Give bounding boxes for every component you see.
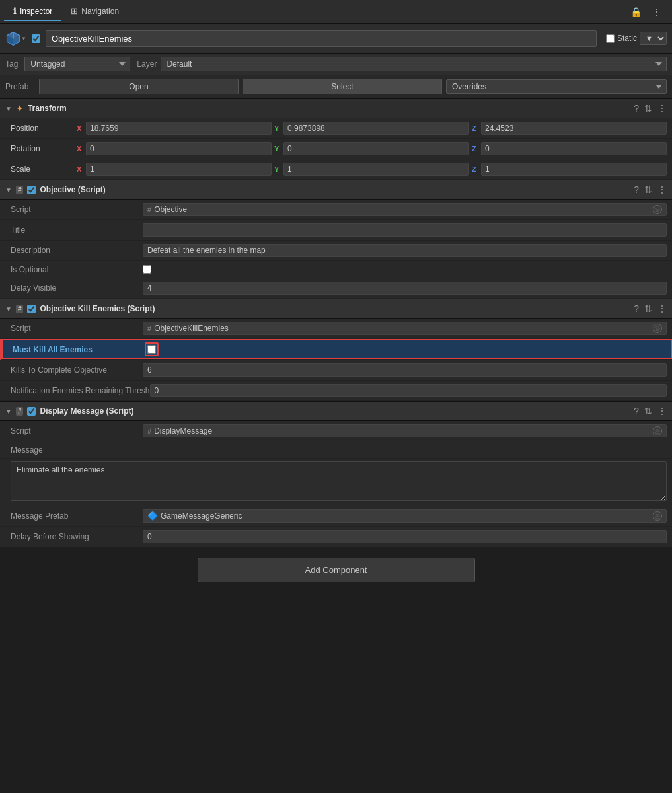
- objkill-script-settings-button[interactable]: ⇅: [644, 303, 652, 314]
- displaymsg-script-ref[interactable]: # DisplayMessage ◎: [143, 424, 667, 437]
- rotation-z-axis: Z: [472, 145, 478, 153]
- objective-script-name: Objective: [154, 205, 187, 214]
- rotation-y-input[interactable]: [283, 142, 469, 155]
- objkill-script-circle[interactable]: ◎: [653, 324, 662, 333]
- static-checkbox[interactable]: [606, 34, 615, 43]
- tag-layer-row: Tag Untagged Layer Default: [0, 54, 672, 75]
- displaymsg-script-section-header[interactable]: ▼ # Display Message (Script) ? ⇅ ⋮: [0, 401, 672, 421]
- scale-y-input[interactable]: [283, 163, 469, 176]
- delay-before-showing-input[interactable]: [143, 530, 667, 543]
- objkill-script-help-button[interactable]: ?: [634, 303, 639, 314]
- objective-description-input[interactable]: [143, 244, 667, 257]
- objective-script-more-button[interactable]: ⋮: [657, 184, 667, 195]
- displaymsg-script-label: Script: [11, 426, 143, 435]
- message-textarea[interactable]: Eliminate all the enemies: [11, 461, 667, 501]
- tab-navigation[interactable]: ⊞ Navigation: [61, 2, 128, 21]
- position-x-axis: X: [77, 124, 83, 132]
- must-kill-checkbox[interactable]: [147, 345, 156, 354]
- kills-complete-input[interactable]: [143, 363, 667, 377]
- objective-isoptional-checkbox[interactable]: [143, 265, 151, 274]
- scale-z-input[interactable]: [481, 163, 667, 176]
- position-z-input[interactable]: [481, 122, 667, 135]
- objective-script-circle[interactable]: ◎: [653, 205, 662, 214]
- objkill-script-hash: #: [147, 324, 151, 332]
- lock-button[interactable]: 🔒: [628, 5, 644, 19]
- position-x-input[interactable]: [86, 122, 272, 135]
- displaymsg-script-body: Script # DisplayMessage ◎ Message Elimin…: [0, 421, 672, 547]
- kills-complete-label: Kills To Complete Objective: [11, 365, 143, 375]
- rotation-y-axis: Y: [274, 145, 281, 153]
- static-dropdown[interactable]: ▼: [640, 32, 667, 45]
- tab-bar: ℹ Inspector ⊞ Navigation 🔒 ⋮: [0, 0, 672, 24]
- object-icon-box: ▼: [5, 28, 26, 49]
- objective-script-help-button[interactable]: ?: [634, 184, 639, 195]
- rotation-row: Rotation X Y Z: [0, 139, 672, 159]
- prefab-open-button[interactable]: Open: [39, 79, 239, 94]
- message-prefab-circle[interactable]: ◎: [653, 511, 662, 521]
- displaymsg-script-circle[interactable]: ◎: [653, 426, 662, 435]
- message-prefab-icon: 🔷: [147, 511, 158, 521]
- position-z-field: Z: [472, 122, 667, 135]
- objective-script-arrow-icon: ▼: [5, 186, 12, 194]
- more-options-button[interactable]: ⋮: [650, 5, 664, 19]
- message-prefab-ref[interactable]: 🔷 GameMessageGeneric ◎: [143, 509, 667, 523]
- tab-bar-left: ℹ Inspector ⊞ Navigation: [4, 2, 128, 21]
- rotation-z-input[interactable]: [481, 142, 667, 155]
- cube-arrow: ▼: [21, 36, 26, 42]
- tab-bar-right: 🔒 ⋮: [628, 5, 668, 19]
- add-component-button[interactable]: Add Component: [198, 558, 475, 582]
- objkill-script-ref[interactable]: # ObjectiveKillEnemies ◎: [143, 322, 667, 335]
- message-prefab-label: Message Prefab: [11, 511, 143, 521]
- position-fields: X Y Z: [77, 122, 667, 135]
- tag-select[interactable]: Untagged: [24, 57, 130, 71]
- prefab-select-button[interactable]: Select: [243, 79, 442, 94]
- displaymsg-script-more-button[interactable]: ⋮: [657, 406, 667, 416]
- transform-section-header[interactable]: ▼ ✦ Transform ? ⇅ ⋮: [0, 98, 672, 118]
- objective-isoptional-label: Is Optional: [11, 265, 143, 274]
- objective-script-enabled-checkbox[interactable]: [27, 186, 36, 194]
- objkill-script-name: ObjectiveKillEnemies: [154, 324, 229, 333]
- scale-label: Scale: [11, 165, 77, 174]
- objkill-script-section-header[interactable]: ▼ # Objective Kill Enemies (Script) ? ⇅ …: [0, 299, 672, 319]
- objkill-script-enabled-checkbox[interactable]: [27, 305, 36, 313]
- displaymsg-script-hash-icon: #: [16, 407, 24, 416]
- objective-script-ref[interactable]: # Objective ◎: [143, 203, 667, 216]
- position-y-input[interactable]: [283, 122, 469, 135]
- must-kill-label: Must Kill All Enemies: [13, 345, 145, 354]
- must-kill-checkbox-wrap[interactable]: [145, 342, 159, 356]
- rotation-y-field: Y: [274, 142, 469, 155]
- scale-z-axis: Z: [472, 165, 478, 173]
- objkill-script-more-button[interactable]: ⋮: [657, 303, 667, 314]
- objective-description-field: Description: [0, 241, 672, 261]
- displaymsg-script-help-button[interactable]: ?: [634, 406, 639, 416]
- displaymsg-script-enabled-checkbox[interactable]: [27, 407, 36, 416]
- objective-delayvisible-input[interactable]: [143, 282, 667, 295]
- prefab-overrides-select[interactable]: Overrides: [446, 79, 667, 94]
- objective-script-hash: #: [147, 206, 151, 213]
- tab-inspector[interactable]: ℹ Inspector: [4, 2, 61, 21]
- objective-script-section-header[interactable]: ▼ # Objective (Script) ? ⇅ ⋮: [0, 180, 672, 200]
- displaymsg-script-hash: #: [147, 427, 151, 435]
- displaymsg-script-arrow-icon: ▼: [5, 408, 12, 415]
- layer-select[interactable]: Default: [161, 57, 667, 71]
- displaymsg-script-title: Display Message (Script): [40, 406, 630, 416]
- object-enabled-checkbox[interactable]: [32, 34, 40, 43]
- scale-x-input[interactable]: [86, 163, 272, 176]
- transform-settings-button[interactable]: ⇅: [644, 103, 652, 114]
- objective-script-label: Script: [11, 205, 143, 214]
- rotation-x-axis: X: [77, 145, 83, 153]
- object-name-input[interactable]: [46, 30, 597, 47]
- displaymsg-script-settings-button[interactable]: ⇅: [644, 406, 652, 416]
- objective-delayvisible-label: Delay Visible: [11, 283, 143, 293]
- transform-more-button[interactable]: ⋮: [657, 103, 667, 114]
- rotation-x-input[interactable]: [86, 142, 272, 155]
- layer-label: Layer: [137, 59, 157, 69]
- notification-thresh-input[interactable]: [150, 384, 667, 397]
- scale-y-axis: Y: [274, 165, 281, 173]
- objective-title-input[interactable]: [143, 223, 667, 237]
- transform-section-icons: ? ⇅ ⋮: [634, 103, 667, 114]
- scale-row: Scale X Y Z: [0, 159, 672, 180]
- objective-script-body: Script # Objective ◎ Title Description I…: [0, 200, 672, 299]
- transform-help-button[interactable]: ?: [634, 103, 639, 114]
- objective-script-settings-button[interactable]: ⇅: [644, 184, 652, 195]
